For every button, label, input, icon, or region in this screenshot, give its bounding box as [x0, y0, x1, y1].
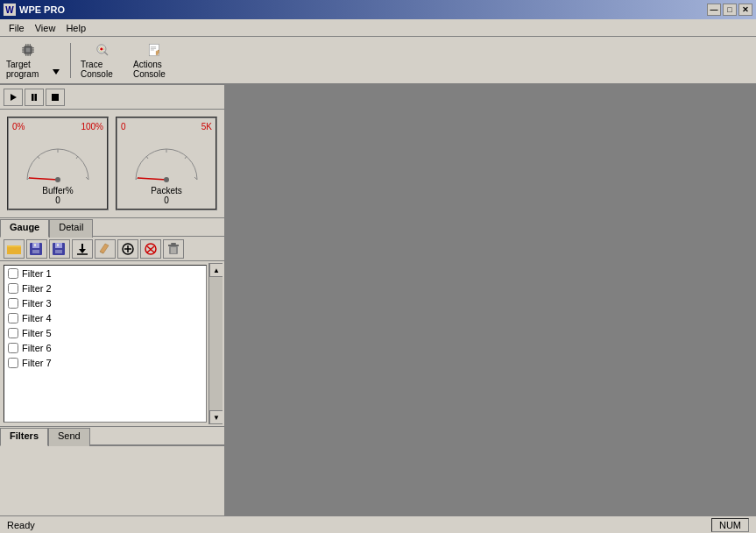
- filter-import-button[interactable]: [72, 239, 93, 259]
- scroll-track[interactable]: [209, 277, 223, 410]
- svg-line-47: [138, 178, 166, 180]
- buffer-min-label: 0%: [12, 122, 25, 131]
- svg-marker-18: [53, 69, 60, 75]
- title-bar: W WPE PRO — □ ✕: [0, 0, 756, 19]
- filter-toolbar: [0, 237, 224, 261]
- filter-checkbox-1[interactable]: [8, 268, 18, 279]
- filter-edit-button[interactable]: [95, 239, 116, 259]
- svg-rect-71: [168, 245, 179, 246]
- actions-console-label: Actions Console: [133, 60, 177, 79]
- filter-tab-fill: [90, 427, 224, 445]
- packets-max-label: 5K: [201, 122, 212, 131]
- svg-rect-59: [57, 244, 59, 246]
- filter-label-3: Filter 3: [22, 298, 52, 309]
- svg-point-48: [164, 177, 169, 182]
- svg-marker-61: [79, 249, 86, 253]
- menu-file[interactable]: File: [4, 21, 30, 35]
- target-program-dropdown[interactable]: [53, 39, 63, 82]
- svg-rect-34: [52, 94, 59, 101]
- svg-rect-32: [32, 94, 34, 101]
- maximize-button[interactable]: □: [723, 4, 737, 16]
- svg-rect-51: [7, 247, 21, 254]
- filter-list: Filter 1 Filter 2 Filter 3 Filter 4 Filt…: [4, 265, 207, 423]
- status-bar: Ready NUM: [0, 515, 756, 533]
- svg-marker-31: [11, 94, 17, 101]
- filter-label-1: Filter 1: [22, 268, 52, 279]
- pause-button[interactable]: [25, 89, 44, 106]
- filter-tab-bar: Filters Send: [0, 426, 224, 445]
- trace-console-button[interactable]: Trace Console: [78, 39, 127, 82]
- import-icon: [75, 243, 89, 255]
- filter-save-button[interactable]: [26, 239, 47, 259]
- packets-gauge-svg: [127, 131, 206, 184]
- buffer-max-label: 100%: [81, 122, 103, 131]
- svg-line-40: [29, 178, 58, 180]
- filter-checkbox-5[interactable]: [8, 328, 18, 338]
- filter-remove-button[interactable]: [140, 239, 161, 259]
- edit-icon: [98, 243, 112, 255]
- saveas-icon: [53, 243, 67, 255]
- svg-rect-7: [22, 49, 24, 50]
- filter-item-1: Filter 1: [4, 266, 206, 281]
- filter-scrollbar: ▲ ▼: [208, 263, 223, 424]
- target-program-icon: [14, 42, 42, 58]
- remove-icon: [144, 243, 158, 255]
- svg-rect-15: [25, 53, 26, 55]
- left-panel: 0% 100% Buff: [0, 85, 226, 515]
- scroll-down-button[interactable]: ▼: [209, 410, 223, 424]
- packets-min-label: 0: [121, 122, 126, 131]
- packets-gauge-labels: 0 5K: [121, 122, 212, 131]
- svg-rect-8: [22, 51, 24, 52]
- svg-rect-33: [35, 94, 38, 101]
- minimize-button[interactable]: —: [707, 4, 721, 16]
- tab-send[interactable]: Send: [48, 428, 90, 446]
- filter-open-button[interactable]: [4, 239, 25, 259]
- filter-checkbox-2[interactable]: [8, 283, 18, 294]
- filter-trash-button[interactable]: [163, 239, 184, 259]
- target-program-label: Target program: [6, 60, 50, 79]
- filter-item-5: Filter 5: [4, 325, 206, 340]
- filter-label-7: Filter 7: [22, 358, 52, 368]
- app-title: WPE PRO: [19, 4, 65, 15]
- status-text: Ready: [7, 520, 35, 530]
- play-button[interactable]: [4, 89, 23, 106]
- svg-rect-14: [30, 44, 31, 46]
- bottom-left-panel: [0, 445, 224, 515]
- close-button[interactable]: ✕: [738, 4, 752, 16]
- target-program-button[interactable]: Target program: [4, 39, 53, 82]
- filter-checkbox-6[interactable]: [8, 343, 18, 353]
- pause-icon: [30, 93, 39, 102]
- filter-add-button[interactable]: [117, 239, 138, 259]
- stop-button[interactable]: [46, 89, 65, 106]
- svg-point-22: [100, 47, 102, 50]
- packets-gauge-name: Packets: [151, 186, 182, 195]
- filter-label-6: Filter 6: [22, 343, 52, 353]
- tab-gauge[interactable]: Gauge: [0, 219, 49, 238]
- tab-detail[interactable]: Detail: [49, 219, 93, 238]
- filter-saveas-button[interactable]: [49, 239, 70, 259]
- status-right: NUM: [711, 518, 749, 532]
- target-program-group: Target program: [4, 39, 63, 82]
- tab-filters[interactable]: Filters: [0, 428, 48, 446]
- menu-help[interactable]: Help: [60, 21, 91, 35]
- svg-rect-17: [30, 53, 31, 55]
- actions-console-button[interactable]: Actions Console: [131, 39, 180, 82]
- scroll-up-button[interactable]: ▲: [209, 263, 223, 277]
- filter-checkbox-4[interactable]: [8, 313, 18, 323]
- packets-gauge: 0 5K Packets 0: [116, 117, 217, 210]
- buffer-gauge-svg: [18, 131, 97, 184]
- filter-label-4: Filter 4: [22, 313, 52, 323]
- menu-view[interactable]: View: [30, 21, 61, 35]
- filter-item-3: Filter 3: [4, 295, 206, 310]
- filter-checkbox-7[interactable]: [8, 358, 18, 368]
- filter-checkbox-3[interactable]: [8, 298, 18, 309]
- filter-item-2: Filter 2: [4, 281, 206, 295]
- svg-rect-11: [32, 51, 34, 52]
- svg-point-41: [55, 177, 60, 182]
- save-icon: [30, 243, 44, 255]
- svg-rect-12: [25, 44, 26, 46]
- trace-console-label: Trace Console: [81, 60, 124, 79]
- gauge-tab-bar: Gauge Detail: [0, 217, 224, 237]
- buffer-gauge-labels: 0% 100%: [12, 122, 103, 131]
- filter-item-6: Filter 6: [4, 340, 206, 355]
